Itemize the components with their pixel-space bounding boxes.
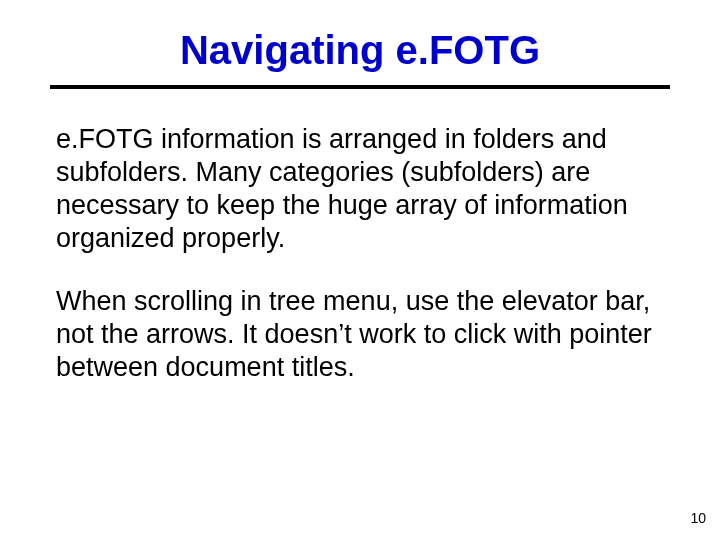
slide-title: Navigating e.FOTG: [50, 18, 670, 89]
body-paragraph-2: When scrolling in tree menu, use the ele…: [50, 285, 670, 384]
page-number: 10: [690, 510, 706, 526]
body-paragraph-1: e.FOTG information is arranged in folder…: [50, 123, 670, 255]
slide: Navigating e.FOTG e.FOTG information is …: [0, 0, 720, 540]
